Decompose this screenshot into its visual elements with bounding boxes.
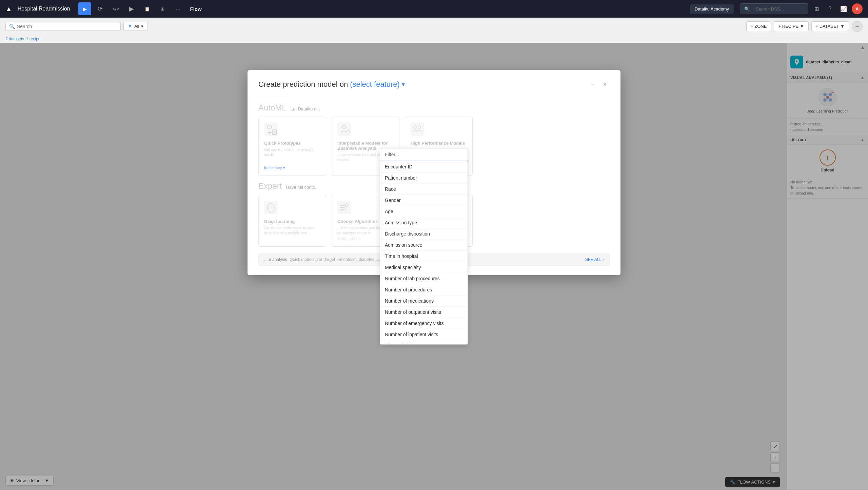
- feature-item[interactable]: Encounter ID: [380, 161, 468, 172]
- deep-learning-icon: [264, 201, 320, 216]
- global-search-icon: 🔍: [744, 6, 750, 12]
- bottom-analysis-row: ...ur analysis Quick modeling of {target…: [264, 257, 386, 262]
- feature-dropdown: Encounter IDPatient numberRaceGenderAgeA…: [380, 148, 468, 345]
- flow-search-input[interactable]: [17, 24, 117, 29]
- top-navigation-bar: ▲ Hospital Readmission ▶ ⟳ </> ▶ 📋 ⊞ ···…: [0, 0, 868, 18]
- feature-item[interactable]: Number of procedures: [380, 284, 468, 295]
- modal-overlay: Create prediction model on (select featu…: [0, 43, 868, 490]
- svg-rect-31: [340, 207, 345, 208]
- modal-title-row: Create prediction model on (select featu…: [258, 80, 405, 89]
- feature-item[interactable]: Number of medications: [380, 295, 468, 307]
- svg-rect-13: [264, 122, 278, 136]
- svg-rect-30: [340, 205, 345, 206]
- high-performance-icon: [411, 122, 467, 137]
- automl-desc: Let Dataiku d...: [291, 106, 320, 111]
- global-search: 🔍: [741, 3, 808, 14]
- feature-item[interactable]: Patient number: [380, 172, 468, 184]
- filter-dropdown-icon: ▾: [141, 24, 143, 29]
- breadcrumb-recipe[interactable]: 1 recipe: [26, 37, 41, 41]
- feature-item[interactable]: Admission source: [380, 240, 468, 251]
- automl-label: AutoML: [258, 103, 287, 113]
- bottom-placeholder: Quick modeling of {target} on dataset_di…: [290, 257, 386, 262]
- deep-learning-card: Deep Learning Create the architecture of…: [258, 195, 326, 247]
- modal-feature-selector[interactable]: (select feature): [350, 80, 400, 89]
- feature-item[interactable]: Diagnosis 1: [380, 340, 468, 344]
- automl-header-row: AutoML Let Dataiku d...: [258, 103, 610, 113]
- user-avatar[interactable]: A: [852, 3, 863, 14]
- bottom-label: ...ur analysis: [264, 257, 287, 262]
- feature-item[interactable]: Time in hospital: [380, 251, 468, 262]
- flow-mode-button[interactable]: ▶: [78, 2, 91, 15]
- quick-prototypes-title: Quick Prototypes: [264, 141, 320, 146]
- quick-prototypes-card: Quick Prototypes Get some models, generi…: [258, 117, 326, 176]
- feature-item[interactable]: Number of outpatient visits: [380, 307, 468, 318]
- app-title: Hospital Readmission: [18, 6, 70, 12]
- expert-desc: Have full contr...: [286, 185, 317, 190]
- feature-item[interactable]: Number of inpatient visits: [380, 329, 468, 340]
- filter-label: All: [134, 24, 139, 29]
- feature-item[interactable]: Age: [380, 206, 468, 217]
- filter-icon: ▼: [128, 24, 132, 29]
- high-performance-title: High Performance Models: [411, 141, 467, 146]
- code-button[interactable]: </>: [110, 2, 122, 15]
- global-search-input[interactable]: [752, 5, 805, 13]
- dashboard-button[interactable]: ⊞: [156, 2, 169, 15]
- see-all-link[interactable]: SEE ALL ›: [585, 257, 604, 262]
- flow-search-icon: 🔍: [9, 24, 15, 29]
- feature-item[interactable]: Discharge disposition: [380, 228, 468, 240]
- modal-minimize-button[interactable]: −: [588, 80, 597, 89]
- feature-item[interactable]: Gender: [380, 195, 468, 206]
- run-button[interactable]: ▶: [125, 2, 138, 15]
- feature-list: Encounter IDPatient numberRaceGenderAgeA…: [380, 161, 468, 344]
- feature-item[interactable]: Medical specialty: [380, 262, 468, 273]
- quick-prototypes-desc: Get some models, generically quick.: [264, 147, 320, 158]
- expert-label: Expert: [258, 181, 282, 191]
- feature-item[interactable]: Number of lab procedures: [380, 273, 468, 284]
- interpretable-models-icon: [337, 122, 394, 137]
- deep-learning-desc: Create the architecture of your deep lea…: [264, 225, 320, 236]
- more-button[interactable]: ···: [172, 2, 185, 15]
- modal-controls: − ×: [588, 80, 610, 89]
- feature-item[interactable]: Race: [380, 184, 468, 195]
- main-area: ▲ dataset_diabetes_clean Visual analysis…: [0, 43, 868, 490]
- quick-prototypes-icon: [264, 122, 320, 137]
- analytics-button[interactable]: 📈: [838, 3, 849, 14]
- navigate-right-button[interactable]: →: [852, 21, 863, 32]
- in-memory-dropdown[interactable]: In-memory ▾: [264, 166, 320, 170]
- modal-title-prefix: Create prediction model on: [258, 80, 348, 89]
- breadcrumb: 2 datasets 1 recipe: [0, 35, 868, 43]
- deep-learning-title: Deep Learning: [264, 219, 320, 224]
- apps-grid-button[interactable]: ⊞: [811, 3, 822, 14]
- topbar-right-icons: ⊞ ? 📈 A: [811, 3, 863, 14]
- refresh-button[interactable]: ⟳: [94, 2, 107, 15]
- recipe-button[interactable]: + RECIPE ▼: [774, 21, 808, 31]
- dataset-button[interactable]: + DATASET ▼: [811, 21, 849, 31]
- feature-item[interactable]: Admission type: [380, 217, 468, 228]
- svg-rect-24: [411, 122, 424, 136]
- jobs-button[interactable]: 📋: [141, 2, 154, 15]
- modal-close-button[interactable]: ×: [600, 80, 610, 89]
- zone-button[interactable]: + ZONE: [746, 21, 771, 31]
- app-logo-icon: ▲: [5, 5, 12, 13]
- flow-search-box: 🔍: [5, 22, 121, 31]
- dataiku-academy-button[interactable]: Dataiku Academy: [690, 4, 734, 14]
- flow-filter-button[interactable]: ▼ All ▾: [123, 22, 148, 31]
- breadcrumb-datasets[interactable]: 2 datasets: [5, 37, 24, 41]
- feature-filter-input[interactable]: [380, 148, 468, 161]
- feature-item[interactable]: Number of emergency visits: [380, 318, 468, 329]
- svg-rect-32: [340, 209, 345, 210]
- bottom-right: SEE ALL ›: [585, 257, 604, 262]
- modal-feature-dropdown-icon[interactable]: ▾: [402, 81, 405, 88]
- modal-header: Create prediction model on (select featu…: [248, 70, 620, 96]
- help-button[interactable]: ?: [825, 3, 835, 14]
- flow-toolbar: 🔍 ▼ All ▾ + ZONE + RECIPE ▼ + DATASET ▼ …: [0, 18, 868, 35]
- flow-label: Flow: [190, 6, 202, 12]
